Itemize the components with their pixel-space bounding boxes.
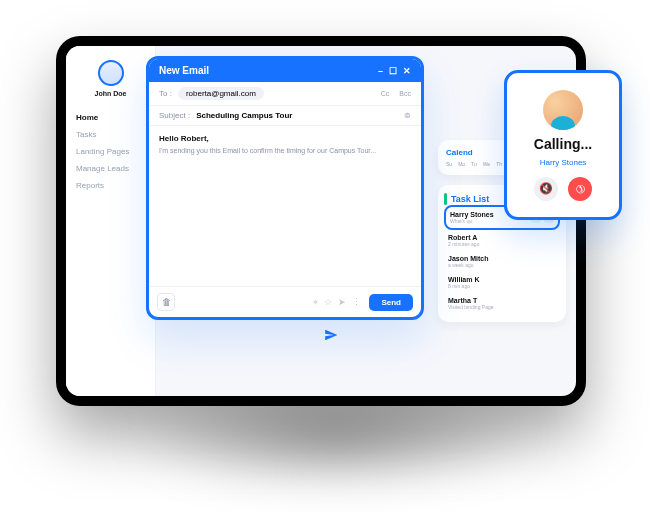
subject-input[interactable]	[196, 111, 398, 120]
calling-popup: Calling... Harry Stones 🔇 ✆	[504, 70, 622, 220]
task-name: Robert A	[448, 234, 479, 241]
task-time: 8 min ago	[448, 283, 479, 289]
task-time: 2 minutes ago	[448, 241, 479, 247]
cal-day: Mo	[458, 161, 465, 167]
to-recipient-pill[interactable]: roberta@gmail.com	[178, 87, 264, 100]
close-icon[interactable]: ✕	[403, 66, 411, 76]
task-row[interactable]: Jason Mitcha week ago	[444, 251, 560, 272]
nav: Home Tasks Landing Pages Manage Leads Re…	[74, 109, 147, 194]
task-time: Visited landing Page	[448, 304, 494, 310]
bcc-toggle[interactable]: Bcc	[399, 90, 411, 97]
caller-name: Harry Stones	[540, 158, 587, 167]
task-time: a week ago	[448, 262, 488, 268]
avatar[interactable]	[98, 60, 124, 86]
sidebar-item-reports[interactable]: Reports	[74, 177, 147, 194]
minimize-icon[interactable]: –	[378, 66, 383, 76]
send-icon[interactable]	[324, 328, 338, 342]
sidebar-item-landing-pages[interactable]: Landing Pages	[74, 143, 147, 160]
end-call-button[interactable]: ✆	[568, 177, 592, 201]
email-toolbar: ⌖ ☆ ➤ ⋮	[313, 297, 361, 308]
attach-icon[interactable]: ⊜	[404, 111, 411, 120]
window-controls: – ☐ ✕	[378, 66, 411, 76]
cc-toggle[interactable]: Cc	[381, 90, 390, 97]
email-greeting: Hello Robert,	[159, 134, 411, 143]
mute-button[interactable]: 🔇	[534, 177, 558, 201]
email-header[interactable]: New Email – ☐ ✕	[149, 59, 421, 82]
cal-day: We	[483, 161, 490, 167]
cal-day: Th	[496, 161, 502, 167]
task-name: William K	[448, 276, 479, 283]
task-list-title-text: Task List	[451, 194, 489, 204]
cal-day: Tu	[471, 161, 477, 167]
more-icon[interactable]: ⋮	[352, 297, 361, 308]
task-row[interactable]: Martha TVisited landing Page	[444, 293, 560, 314]
location-icon[interactable]: ⌖	[313, 297, 318, 308]
caller-avatar	[543, 90, 583, 130]
task-row[interactable]: William K8 min ago	[444, 272, 560, 293]
arrow-icon[interactable]: ➤	[338, 297, 346, 308]
task-time: What's up	[450, 218, 494, 224]
trash-icon[interactable]: 🗑	[157, 293, 175, 311]
sidebar: John Doe Home Tasks Landing Pages Manage…	[66, 46, 156, 396]
sidebar-item-home[interactable]: Home	[74, 109, 147, 126]
user-name: John Doe	[95, 90, 127, 97]
email-footer: 🗑 ⌖ ☆ ➤ ⋮ Send	[149, 286, 421, 317]
email-compose-modal: New Email – ☐ ✕ To : roberta@gmail.com C…	[146, 56, 424, 320]
star-icon[interactable]: ☆	[324, 297, 332, 308]
call-buttons: 🔇 ✆	[534, 177, 592, 201]
email-to-row: To : roberta@gmail.com Cc Bcc	[149, 82, 421, 106]
task-name: Martha T	[448, 297, 494, 304]
maximize-icon[interactable]: ☐	[389, 66, 397, 76]
email-title: New Email	[159, 65, 209, 76]
task-name: Harry Stones	[450, 211, 494, 218]
task-name: Jason Mitch	[448, 255, 488, 262]
cal-day: Su	[446, 161, 452, 167]
to-label: To :	[159, 89, 172, 98]
email-body-text: I'm sending you this Email to confirm th…	[159, 147, 376, 154]
task-row[interactable]: Robert A2 minutes ago	[444, 230, 560, 251]
sidebar-item-tasks[interactable]: Tasks	[74, 126, 147, 143]
calling-status: Calling...	[534, 136, 592, 152]
send-button[interactable]: Send	[369, 294, 413, 311]
email-body[interactable]: Hello Robert, I'm sending you this Email…	[149, 126, 421, 286]
sidebar-item-manage-leads[interactable]: Manage Leads	[74, 160, 147, 177]
email-subject-row: Subject : ⊜	[149, 106, 421, 126]
subject-label: Subject :	[159, 111, 190, 120]
